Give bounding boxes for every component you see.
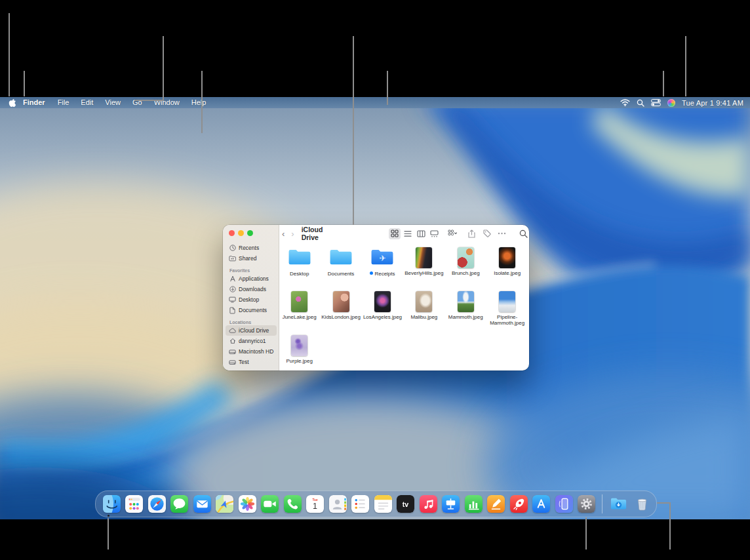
back-button[interactable]: ‹ [279,230,288,238]
dock-pages-icon[interactable] [485,495,508,513]
dock-games-icon[interactable] [507,495,530,513]
menu-edit[interactable]: Edit [75,98,99,107]
file-item[interactable]: Purple.jpeg [279,330,320,374]
sidebar-label: Test [239,359,249,365]
file-item[interactable]: Brunch.jpeg [445,243,486,287]
sidebar-item-shared[interactable]: Shared [226,253,277,264]
sidebar-section-favorites: Favorites [229,268,277,273]
svg-text:1: 1 [313,502,317,511]
share-button[interactable] [466,228,477,239]
dock-messages-icon[interactable] [168,495,191,513]
group-by-button[interactable] [448,230,457,237]
dock-system-settings-icon[interactable] [576,495,599,513]
menu-file[interactable]: File [52,98,75,107]
file-name: Pipeline-Mammoth.jpeg [487,314,528,327]
dock-safari-icon[interactable] [146,495,168,513]
tag-button[interactable] [481,228,492,239]
document-icon [229,307,236,314]
menu-bar-clock[interactable]: Tue Apr 1 9:41 AM [682,99,743,107]
finder-sidebar: Recents Shared Favorites Applications [223,225,279,370]
callout-line-menu-bar [387,71,388,105]
file-item[interactable]: Mammoth.jpeg [445,287,486,330]
icloud-sync-dot [370,271,373,275]
menu-help[interactable]: Help [186,98,212,107]
sidebar-label: Desktop [239,296,259,303]
dock-maps-icon[interactable] [214,495,237,513]
file-item[interactable]: Malibu.jpeg [403,287,444,330]
sidebar-item-applications[interactable]: Applications [226,273,277,284]
sidebar-item-dannyrico1[interactable]: dannyrico1 [226,336,277,346]
icon-view-button[interactable] [389,228,401,239]
dock-apps-launchpad-icon[interactable] [123,495,146,513]
siri-icon[interactable] [667,99,675,107]
file-item[interactable]: LosAngeles.jpeg [362,287,403,330]
sidebar-item-macintosh-hd[interactable]: Macintosh HD [226,346,277,357]
menu-bar: Finder File Edit View Go Window Help [0,97,750,108]
sidebar-item-recents[interactable]: Recents [226,243,277,253]
dock-keynote-icon[interactable] [440,495,463,513]
dock-phone-icon[interactable] [281,495,304,513]
file-name: KidsLondon.jpeg [321,314,361,320]
sidebar-item-documents[interactable]: Documents [226,305,277,315]
sidebar-label: Recents [239,245,259,251]
dock-finder-icon[interactable] [100,495,123,513]
folder-icon [328,248,353,269]
file-item[interactable]: JuneLake.jpeg [279,287,320,330]
forward-button[interactable]: › [288,230,297,238]
callout-line-control-center [685,36,686,96]
callout-line-trash-vertical [669,502,671,550]
dock-numbers-icon[interactable] [462,495,485,513]
file-name: Brunch.jpeg [445,270,486,276]
dock-mail-icon[interactable] [191,495,214,513]
list-view-button[interactable] [402,228,414,239]
dock-downloads-folder-icon[interactable] [606,495,630,513]
dock-facetime-icon[interactable] [259,495,282,513]
sidebar-label: Macintosh HD [239,348,273,355]
wifi-icon[interactable] [620,99,630,106]
file-item[interactable]: BeverlyHills.jpeg [403,243,444,287]
apple-menu[interactable] [5,98,18,107]
file-item[interactable]: Isolate.jpeg [486,243,528,287]
dock-photos-icon[interactable] [236,495,259,513]
dock-notes-icon[interactable] [372,495,395,513]
callout-line-apple-menu [9,13,10,96]
control-center-icon[interactable] [651,99,661,106]
file-item[interactable]: Documents [320,243,361,287]
dock-trash-icon[interactable] [630,495,654,513]
dock-calendar-icon[interactable]: Tue1 [304,495,327,513]
menu-finder[interactable]: Finder [18,98,52,107]
image-thumbnail [374,291,391,312]
dock-iphone-mirroring-icon[interactable] [553,495,576,513]
svg-text:✈: ✈ [380,254,386,263]
dock-reminders-icon[interactable] [349,495,372,513]
more-options-button[interactable] [496,228,507,239]
sidebar-item-test[interactable]: Test [226,357,277,367]
desktop-monitor-icon [229,296,236,304]
callout-line-dock-settings [585,517,587,550]
sidebar-item-downloads[interactable]: Downloads [226,284,277,294]
clock-icon [229,245,236,252]
file-item[interactable]: Pipeline-Mammoth.jpeg [486,287,528,330]
minimize-button[interactable] [238,230,244,236]
callout-line-help-menu-horizontal [134,100,164,101]
sidebar-label: Applications [239,275,269,282]
file-name: Isolate.jpeg [487,270,528,276]
zoom-button[interactable] [247,230,253,236]
gallery-view-button[interactable] [428,228,440,239]
file-item[interactable]: Desktop [279,243,320,287]
view-switcher [389,228,440,239]
menu-view[interactable]: View [99,98,127,107]
dock-app-store-icon[interactable] [530,495,553,513]
dock-tv-icon[interactable]: tv [395,495,418,513]
sidebar-item-desktop[interactable]: Desktop [226,294,277,305]
sidebar-item-icloud-drive[interactable]: iCloud Drive [226,325,277,336]
file-item[interactable]: KidsLondon.jpeg [320,287,361,330]
dock-music-icon[interactable] [417,495,440,513]
search-icon[interactable] [637,99,644,107]
toolbar-search-button[interactable] [518,228,529,239]
finder-window: Recents Shared Favorites Applications [223,225,529,370]
column-view-button[interactable] [415,228,427,239]
close-button[interactable] [229,230,235,236]
dock-contacts-icon[interactable] [326,495,349,513]
file-item[interactable]: ✈ Receipts [362,243,403,287]
